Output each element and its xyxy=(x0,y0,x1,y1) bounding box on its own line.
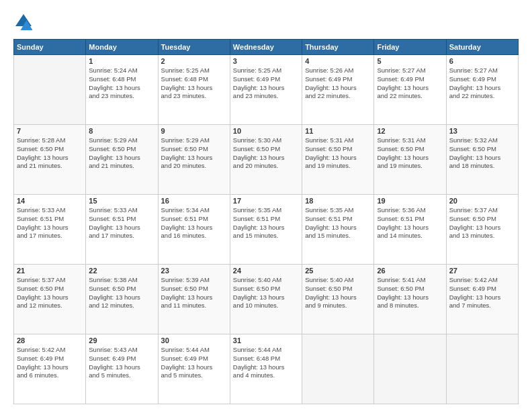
day-info: Sunrise: 5:27 AM Sunset: 6:49 PM Dayligh… xyxy=(377,66,443,101)
day-number: 27 xyxy=(449,267,515,275)
day-number: 4 xyxy=(305,57,371,65)
day-info: Sunrise: 5:33 AM Sunset: 6:51 PM Dayligh… xyxy=(89,206,154,240)
calendar-cell: 6Sunrise: 5:27 AM Sunset: 6:49 PM Daylig… xyxy=(446,55,518,125)
calendar-cell: 21Sunrise: 5:37 AM Sunset: 6:50 PM Dayli… xyxy=(14,265,86,334)
day-number: 10 xyxy=(233,127,299,135)
calendar-week-row: 1Sunrise: 5:24 AM Sunset: 6:48 PM Daylig… xyxy=(14,55,519,125)
logo xyxy=(13,12,36,32)
day-info: Sunrise: 5:35 AM Sunset: 6:51 PM Dayligh… xyxy=(305,206,371,240)
calendar-cell: 9Sunrise: 5:29 AM Sunset: 6:50 PM Daylig… xyxy=(158,125,230,195)
day-info: Sunrise: 5:41 AM Sunset: 6:50 PM Dayligh… xyxy=(377,276,443,310)
calendar-cell: 29Sunrise: 5:43 AM Sunset: 6:49 PM Dayli… xyxy=(86,334,158,404)
calendar-cell: 10Sunrise: 5:30 AM Sunset: 6:50 PM Dayli… xyxy=(230,125,302,195)
calendar-cell: 25Sunrise: 5:40 AM Sunset: 6:50 PM Dayli… xyxy=(302,265,374,334)
day-number: 25 xyxy=(305,267,371,275)
calendar-cell: 1Sunrise: 5:24 AM Sunset: 6:48 PM Daylig… xyxy=(86,55,158,125)
calendar-cell: 11Sunrise: 5:31 AM Sunset: 6:50 PM Dayli… xyxy=(302,125,374,195)
day-number: 3 xyxy=(233,57,299,65)
day-info: Sunrise: 5:28 AM Sunset: 6:50 PM Dayligh… xyxy=(17,136,83,171)
day-number: 23 xyxy=(161,267,227,275)
day-info: Sunrise: 5:31 AM Sunset: 6:50 PM Dayligh… xyxy=(305,136,371,171)
day-info: Sunrise: 5:26 AM Sunset: 6:49 PM Dayligh… xyxy=(305,66,371,101)
day-info: Sunrise: 5:40 AM Sunset: 6:50 PM Dayligh… xyxy=(233,276,299,310)
day-number: 8 xyxy=(89,127,154,135)
day-info: Sunrise: 5:42 AM Sunset: 6:49 PM Dayligh… xyxy=(449,276,515,310)
svg-marker-0 xyxy=(15,14,32,26)
day-info: Sunrise: 5:29 AM Sunset: 6:50 PM Dayligh… xyxy=(89,136,154,171)
calendar-cell: 7Sunrise: 5:28 AM Sunset: 6:50 PM Daylig… xyxy=(14,125,86,195)
calendar-cell: 19Sunrise: 5:36 AM Sunset: 6:51 PM Dayli… xyxy=(374,195,446,265)
calendar-table: SundayMondayTuesdayWednesdayThursdayFrid… xyxy=(13,39,519,404)
calendar-cell: 27Sunrise: 5:42 AM Sunset: 6:49 PM Dayli… xyxy=(446,265,518,334)
calendar-week-row: 21Sunrise: 5:37 AM Sunset: 6:50 PM Dayli… xyxy=(14,265,519,334)
day-number: 9 xyxy=(161,127,227,135)
day-info: Sunrise: 5:25 AM Sunset: 6:48 PM Dayligh… xyxy=(161,66,227,101)
calendar-cell: 13Sunrise: 5:32 AM Sunset: 6:50 PM Dayli… xyxy=(446,125,518,195)
calendar-cell: 2Sunrise: 5:25 AM Sunset: 6:48 PM Daylig… xyxy=(158,55,230,125)
day-info: Sunrise: 5:38 AM Sunset: 6:50 PM Dayligh… xyxy=(89,276,154,310)
day-info: Sunrise: 5:36 AM Sunset: 6:51 PM Dayligh… xyxy=(377,206,443,240)
day-info: Sunrise: 5:30 AM Sunset: 6:50 PM Dayligh… xyxy=(233,136,299,171)
day-number: 30 xyxy=(161,336,227,345)
calendar-week-row: 28Sunrise: 5:42 AM Sunset: 6:49 PM Dayli… xyxy=(14,334,519,404)
calendar-day-header: Wednesday xyxy=(230,40,302,55)
day-number: 26 xyxy=(377,267,443,275)
calendar-cell: 3Sunrise: 5:25 AM Sunset: 6:49 PM Daylig… xyxy=(230,55,302,125)
day-number: 17 xyxy=(233,197,299,205)
calendar-day-header: Saturday xyxy=(446,40,518,55)
day-info: Sunrise: 5:27 AM Sunset: 6:49 PM Dayligh… xyxy=(449,66,515,101)
day-info: Sunrise: 5:37 AM Sunset: 6:50 PM Dayligh… xyxy=(17,276,83,310)
calendar-week-row: 14Sunrise: 5:33 AM Sunset: 6:51 PM Dayli… xyxy=(14,195,519,265)
day-number: 22 xyxy=(89,267,154,275)
day-info: Sunrise: 5:40 AM Sunset: 6:50 PM Dayligh… xyxy=(305,276,371,310)
day-number: 31 xyxy=(233,336,299,345)
calendar-cell: 31Sunrise: 5:44 AM Sunset: 6:48 PM Dayli… xyxy=(230,334,302,404)
page: SundayMondayTuesdayWednesdayThursdayFrid… xyxy=(0,0,532,411)
calendar-cell: 26Sunrise: 5:41 AM Sunset: 6:50 PM Dayli… xyxy=(374,265,446,334)
day-number: 11 xyxy=(305,127,371,135)
calendar-cell: 20Sunrise: 5:37 AM Sunset: 6:50 PM Dayli… xyxy=(446,195,518,265)
day-info: Sunrise: 5:25 AM Sunset: 6:49 PM Dayligh… xyxy=(233,66,299,101)
day-info: Sunrise: 5:29 AM Sunset: 6:50 PM Dayligh… xyxy=(161,136,227,171)
day-number: 5 xyxy=(377,57,443,65)
calendar-cell xyxy=(302,334,374,404)
day-number: 18 xyxy=(305,197,371,205)
calendar-day-header: Sunday xyxy=(14,40,86,55)
day-info: Sunrise: 5:39 AM Sunset: 6:50 PM Dayligh… xyxy=(161,276,227,310)
calendar-cell: 17Sunrise: 5:35 AM Sunset: 6:51 PM Dayli… xyxy=(230,195,302,265)
calendar-cell: 30Sunrise: 5:44 AM Sunset: 6:49 PM Dayli… xyxy=(158,334,230,404)
day-number: 13 xyxy=(449,127,515,135)
day-number: 16 xyxy=(161,197,227,205)
calendar-cell: 24Sunrise: 5:40 AM Sunset: 6:50 PM Dayli… xyxy=(230,265,302,334)
calendar-cell: 15Sunrise: 5:33 AM Sunset: 6:51 PM Dayli… xyxy=(86,195,158,265)
calendar-cell: 18Sunrise: 5:35 AM Sunset: 6:51 PM Dayli… xyxy=(302,195,374,265)
calendar-cell: 14Sunrise: 5:33 AM Sunset: 6:51 PM Dayli… xyxy=(14,195,86,265)
day-number: 28 xyxy=(17,336,83,345)
day-info: Sunrise: 5:44 AM Sunset: 6:48 PM Dayligh… xyxy=(233,346,299,380)
day-info: Sunrise: 5:44 AM Sunset: 6:49 PM Dayligh… xyxy=(161,346,227,380)
calendar-cell xyxy=(446,334,518,404)
day-number: 20 xyxy=(449,197,515,205)
calendar-cell: 16Sunrise: 5:34 AM Sunset: 6:51 PM Dayli… xyxy=(158,195,230,265)
day-number: 7 xyxy=(17,127,83,135)
day-number: 29 xyxy=(89,336,154,345)
day-number: 19 xyxy=(377,197,443,205)
calendar-header-row: SundayMondayTuesdayWednesdayThursdayFrid… xyxy=(14,40,519,55)
calendar-cell: 4Sunrise: 5:26 AM Sunset: 6:49 PM Daylig… xyxy=(302,55,374,125)
day-number: 21 xyxy=(17,267,83,275)
day-info: Sunrise: 5:34 AM Sunset: 6:51 PM Dayligh… xyxy=(161,206,227,240)
calendar-cell: 22Sunrise: 5:38 AM Sunset: 6:50 PM Dayli… xyxy=(86,265,158,334)
calendar-cell: 23Sunrise: 5:39 AM Sunset: 6:50 PM Dayli… xyxy=(158,265,230,334)
day-number: 24 xyxy=(233,267,299,275)
day-info: Sunrise: 5:43 AM Sunset: 6:49 PM Dayligh… xyxy=(89,346,154,380)
calendar-cell: 5Sunrise: 5:27 AM Sunset: 6:49 PM Daylig… xyxy=(374,55,446,125)
day-number: 2 xyxy=(161,57,227,65)
calendar-cell xyxy=(14,55,86,125)
calendar-day-header: Thursday xyxy=(302,40,374,55)
calendar-day-header: Tuesday xyxy=(158,40,230,55)
calendar-cell: 28Sunrise: 5:42 AM Sunset: 6:49 PM Dayli… xyxy=(14,334,86,404)
day-number: 14 xyxy=(17,197,83,205)
calendar-day-header: Monday xyxy=(86,40,158,55)
day-number: 12 xyxy=(377,127,443,135)
day-info: Sunrise: 5:35 AM Sunset: 6:51 PM Dayligh… xyxy=(233,206,299,240)
